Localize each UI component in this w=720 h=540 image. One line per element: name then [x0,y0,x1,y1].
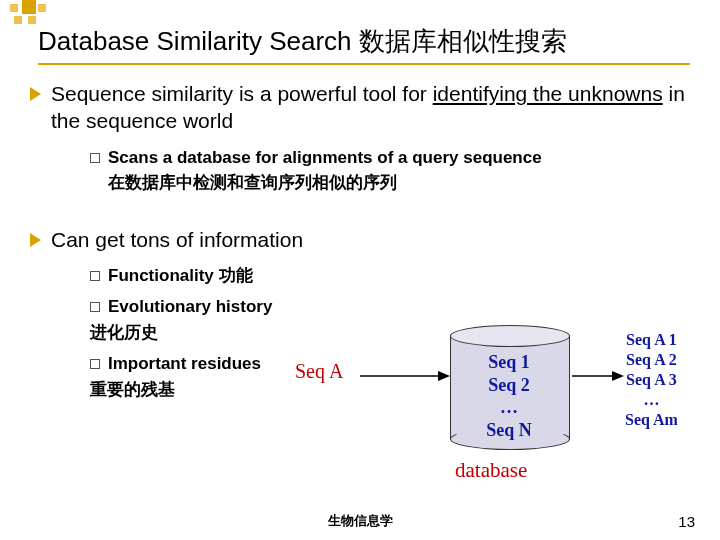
db-item: … [450,396,568,419]
database-label: database [455,458,527,483]
title-bar: Database Similarity Search 数据库相似性搜索 [38,24,690,65]
square-bullet-icon [90,359,100,369]
sub-bullet-2b: Evolutionary history 进化历史 [90,294,700,345]
bullet-1-prefix: Sequence similarity is a powerful tool f… [51,82,433,105]
bullet-1: Sequence similarity is a powerful tool f… [30,80,700,135]
triangle-bullet-icon [30,233,41,247]
sub-bullet-1a-zh: 在数据库中检测和查询序列相似的序列 [108,170,542,196]
sub-bullet-2c-en: Important residues [108,351,261,377]
db-item: Seq 2 [450,374,568,397]
sub-bullet-2b-zh: 进化历史 [90,320,272,346]
svg-marker-3 [612,371,624,381]
db-item: Seq 1 [450,351,568,374]
bullet-1-text: Sequence similarity is a powerful tool f… [51,80,700,135]
page-number: 13 [678,513,695,530]
sub-bullet-1a: Scans a database for alignments of a que… [90,145,700,196]
sub-bullet-2c-zh: 重要的残基 [90,377,261,403]
bullet-2-text: Can get tons of information [51,226,303,253]
sub-bullet-2b-en: Evolutionary history [108,294,272,320]
svg-marker-1 [438,371,450,381]
square-bullet-icon [90,302,100,312]
result-item: … [625,390,678,410]
square-bullet-icon [90,271,100,281]
database-contents: Seq 1 Seq 2 … Seq N [450,351,568,441]
square-bullet-icon [90,153,100,163]
arrow-icon [360,368,450,384]
query-label: Seq A [295,360,343,383]
result-item: Seq A 3 [625,370,678,390]
bullet-2: Can get tons of information [30,226,700,253]
sub-bullet-2a-text: Functionality 功能 [108,263,253,289]
triangle-bullet-icon [30,87,41,101]
result-item: Seq Am [625,410,678,430]
result-item: Seq A 1 [625,330,678,350]
database-icon: Seq 1 Seq 2 … Seq N [450,325,568,450]
db-item: Seq N [450,419,568,442]
arrow-icon [572,368,624,384]
slide-title: Database Similarity Search 数据库相似性搜索 [38,26,567,56]
results-list: Seq A 1 Seq A 2 Seq A 3 … Seq Am [625,330,678,430]
sub-bullet-2a: Functionality 功能 [90,263,700,289]
bullet-1-underlined: identifying the unknowns [433,82,663,105]
slide-content: Sequence similarity is a powerful tool f… [30,80,700,408]
result-item: Seq A 2 [625,350,678,370]
sub-bullet-1a-en: Scans a database for alignments of a que… [108,145,542,171]
footer-text: 生物信息学 [0,512,720,530]
